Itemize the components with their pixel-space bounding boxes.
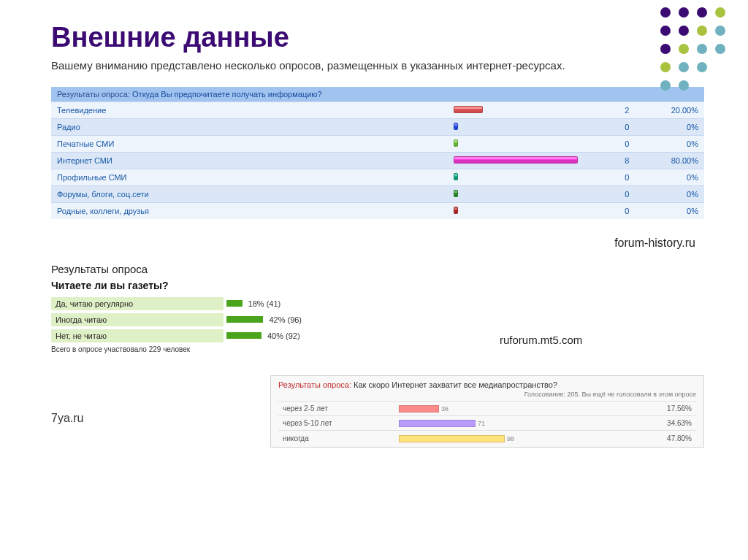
poll2-title: Результаты опроса [51,263,500,275]
poll3-row: через 2-5 лет3617.56% [278,401,696,415]
poll1-option-label: Печатные СМИ [51,135,448,152]
poll2-block: Результаты опроса Читаете ли вы газеты? … [51,263,500,353]
poll1-row: Родные, коллеги, друзья00% [51,202,704,219]
poll1-count: 8 [606,152,647,169]
poll2-row: Нет, не читаю40% (92) [51,329,500,342]
poll3-percent: 17.56% [642,401,696,415]
poll3-question: Как скоро Интернет захватит все медиапро… [354,380,557,389]
poll1-percent: 0% [647,169,704,185]
poll1-option-label: Форумы, блоги, соц.сети [51,185,448,202]
poll1-row: Радио00% [51,118,704,135]
poll1-percent: 20.00% [647,101,704,118]
poll1-question: Откуда Вы предпочитаете получать информа… [132,90,322,99]
poll3-percent: 34.63% [642,416,696,431]
poll2-option-label: Иногда читаю [51,313,226,326]
poll1-count: 0 [606,202,647,219]
poll1-row: Интернет СМИ880.00% [51,152,704,169]
poll2-question: Читаете ли вы газеты? [51,280,500,291]
poll1-option-label: Родные, коллеги, друзья [51,202,448,219]
poll3-bar-cell: 98 [394,431,642,445]
poll3-option-label: никогда [278,431,394,445]
poll3-option-label: через 2-5 лет [278,401,394,415]
poll1-percent: 80.00% [647,152,704,169]
poll1-bar-cell [448,118,606,135]
poll1-bar-cell [448,185,606,202]
poll2-option-label: Нет, не читаю [51,329,226,342]
poll1-percent: 0% [647,135,704,152]
poll2-total: Всего в опросе участвовало 229 человек [51,345,500,353]
poll3-bar-cell: 36 [394,401,642,415]
poll3-percent: 47.80% [642,431,696,445]
poll2-value: 42% (96) [269,315,302,324]
decorative-dots [638,7,733,95]
poll1-count: 0 [606,169,647,185]
poll1-row: Профильные СМИ00% [51,169,704,185]
poll1-header-prefix: Результаты опроса: [57,90,130,99]
poll1-row: Телевидение220.00% [51,101,704,118]
poll1-percent: 0% [647,185,704,202]
poll3-bar-cell: 71 [394,416,642,431]
poll1-count: 2 [606,101,647,118]
poll1-count: 0 [606,185,647,202]
poll1-row: Форумы, блоги, соц.сети00% [51,185,704,202]
poll1-row: Печатные СМИ00% [51,135,704,152]
source-7ya: 7ya.ru [51,375,270,425]
poll2-bar [226,316,263,323]
poll3-option-label: через 5-10 лет [278,416,394,431]
poll2-option-label: Да, читаю регулярно [51,297,226,310]
poll1-bar-cell [448,202,606,219]
poll1-option-label: Телевидение [51,101,448,118]
poll1-bar-cell [448,101,606,118]
source-forum-history: forum-history.ru [51,237,695,250]
poll2-bar [226,332,262,339]
poll1-option-label: Профильные СМИ [51,169,448,185]
poll1-option-label: Радио [51,118,448,135]
poll2-row: Да, читаю регулярно18% (41) [51,297,500,310]
poll1-percent: 0% [647,118,704,135]
poll1-count: 0 [606,135,647,152]
poll1-bar-cell [448,135,606,152]
poll1-count: 0 [606,118,647,135]
slide-subtitle: Вашему вниманию представлено несколько о… [51,58,704,74]
poll1-option-label: Интернет СМИ [51,152,448,169]
poll3-row: через 5-10 лет7134.63% [278,416,696,431]
poll2-bar [226,300,243,307]
slide-title: Внешние данные [51,22,704,53]
poll1-bar-cell [448,152,606,169]
poll1-bar-cell [448,169,606,185]
poll1-percent: 0% [647,202,704,219]
poll1-table: Результаты опроса: Откуда Вы предпочитае… [51,87,704,219]
poll2-value: 18% (41) [248,299,281,308]
poll3-row: никогда9847.80% [278,431,696,445]
poll2-row: Иногда читаю42% (96) [51,313,500,326]
source-ruforum: ruforum.mt5.com [500,334,704,361]
poll3-block: Результаты опроса: Как скоро Интернет за… [270,375,704,448]
poll3-subheader: Голосование: 205. Вы ещё не голосовали в… [278,391,696,401]
poll3-header-prefix: Результаты опроса: [278,380,351,389]
poll2-value: 40% (92) [267,331,300,340]
